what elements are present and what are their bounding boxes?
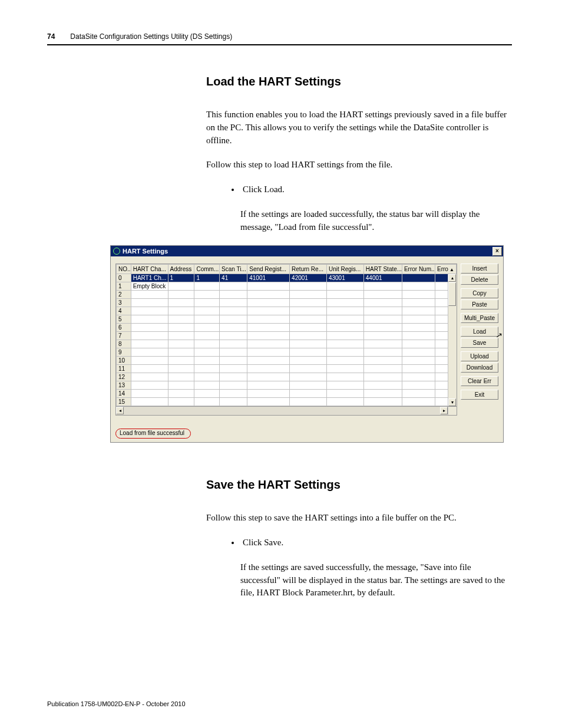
cell[interactable] [131, 381, 168, 390]
table-row[interactable]: 9 [117, 348, 457, 357]
cell[interactable] [290, 373, 327, 381]
col-scan-time[interactable]: Scan Ti... [220, 265, 247, 274]
cell[interactable] [168, 365, 194, 373]
close-icon[interactable]: × [492, 247, 502, 256]
settings-grid[interactable]: NO... HART Cha... Address Comm... Scan T… [115, 263, 457, 407]
cell[interactable] [247, 390, 290, 398]
cell[interactable] [290, 390, 327, 398]
cell[interactable] [131, 398, 168, 406]
cell[interactable] [168, 348, 194, 357]
cell[interactable] [326, 299, 363, 307]
cell[interactable] [326, 348, 363, 357]
cell[interactable] [363, 282, 402, 291]
cell[interactable] [194, 307, 220, 315]
scroll-left-icon[interactable]: ◂ [116, 407, 124, 414]
cell[interactable]: 15 [117, 398, 131, 406]
cell[interactable]: HART1 Ch... [131, 274, 168, 282]
cell[interactable] [402, 381, 435, 390]
cell[interactable]: 12 [117, 373, 131, 381]
cell[interactable] [220, 299, 247, 307]
cell[interactable] [247, 299, 290, 307]
cell[interactable] [363, 315, 402, 324]
scroll-down-icon[interactable]: ▾ [448, 398, 456, 406]
grid-header-row[interactable]: NO... HART Cha... Address Comm... Scan T… [117, 265, 457, 274]
cell[interactable] [402, 282, 435, 291]
delete-button[interactable]: Delete [461, 275, 498, 285]
cell[interactable] [168, 315, 194, 324]
cell[interactable] [290, 365, 327, 373]
cell[interactable] [247, 332, 290, 340]
cell[interactable]: 9 [117, 348, 131, 357]
cell[interactable]: 4 [117, 307, 131, 315]
cell[interactable] [326, 340, 363, 348]
cell[interactable]: 1 [194, 274, 220, 282]
cell[interactable] [220, 381, 247, 390]
cell[interactable]: 43001 [326, 274, 363, 282]
table-row[interactable]: 5 [117, 315, 457, 324]
cell[interactable] [168, 291, 194, 299]
cell[interactable] [168, 324, 194, 332]
copy-button[interactable]: Copy [461, 288, 498, 298]
cell[interactable] [168, 357, 194, 365]
window-titlebar[interactable]: HART Settings × [111, 246, 503, 256]
cell[interactable] [131, 291, 168, 299]
col-address[interactable]: Address [168, 265, 194, 274]
cell[interactable] [402, 307, 435, 315]
cell[interactable] [290, 299, 327, 307]
table-row[interactable]: 2 [117, 291, 457, 299]
scroll-up-icon[interactable]: ▴ [448, 274, 456, 282]
load-button[interactable]: Load↖ [461, 327, 498, 337]
cell[interactable] [326, 373, 363, 381]
col-comm[interactable]: Comm... [194, 265, 220, 274]
cell[interactable] [131, 340, 168, 348]
cell[interactable] [194, 340, 220, 348]
cell[interactable]: 10 [117, 357, 131, 365]
col-hart-state[interactable]: HART State... [363, 265, 402, 274]
cell[interactable] [247, 315, 290, 324]
cell[interactable]: 8 [117, 340, 131, 348]
cell[interactable] [194, 291, 220, 299]
cell[interactable] [290, 324, 327, 332]
cell[interactable] [402, 357, 435, 365]
cell[interactable] [290, 398, 327, 406]
cell[interactable] [326, 390, 363, 398]
cell[interactable] [220, 324, 247, 332]
cell[interactable]: 41 [220, 274, 247, 282]
col-hart-channel[interactable]: HART Cha... [131, 265, 168, 274]
scroll-right-icon[interactable]: ▸ [440, 407, 448, 414]
cell[interactable] [247, 348, 290, 357]
cell[interactable] [131, 307, 168, 315]
cell[interactable] [220, 291, 247, 299]
cell[interactable] [247, 365, 290, 373]
cell[interactable] [194, 381, 220, 390]
cell[interactable] [168, 381, 194, 390]
cell[interactable] [326, 291, 363, 299]
cell[interactable] [363, 373, 402, 381]
cell[interactable]: 11 [117, 365, 131, 373]
cell[interactable] [402, 274, 435, 282]
cell[interactable] [290, 348, 327, 357]
exit-button[interactable]: Exit [461, 390, 498, 400]
cell[interactable] [131, 348, 168, 357]
cell[interactable] [220, 340, 247, 348]
cell[interactable] [194, 365, 220, 373]
cell[interactable] [290, 340, 327, 348]
cell[interactable] [220, 373, 247, 381]
table-row[interactable]: 4 [117, 307, 457, 315]
cell[interactable] [363, 365, 402, 373]
cell[interactable]: 7 [117, 332, 131, 340]
cell[interactable] [247, 340, 290, 348]
cell[interactable]: Empty Block [131, 282, 168, 291]
table-row[interactable]: 0HART1 Ch...114141001420014300144001 [117, 274, 457, 282]
cell[interactable] [168, 340, 194, 348]
cell[interactable] [194, 299, 220, 307]
cell[interactable] [168, 299, 194, 307]
cell[interactable] [247, 324, 290, 332]
cell[interactable] [363, 291, 402, 299]
cell[interactable] [326, 307, 363, 315]
cell[interactable] [194, 332, 220, 340]
upload-button[interactable]: Upload [461, 351, 498, 361]
col-unit-register[interactable]: Unit Regis... [326, 265, 363, 274]
cell[interactable] [363, 348, 402, 357]
cell[interactable] [402, 365, 435, 373]
